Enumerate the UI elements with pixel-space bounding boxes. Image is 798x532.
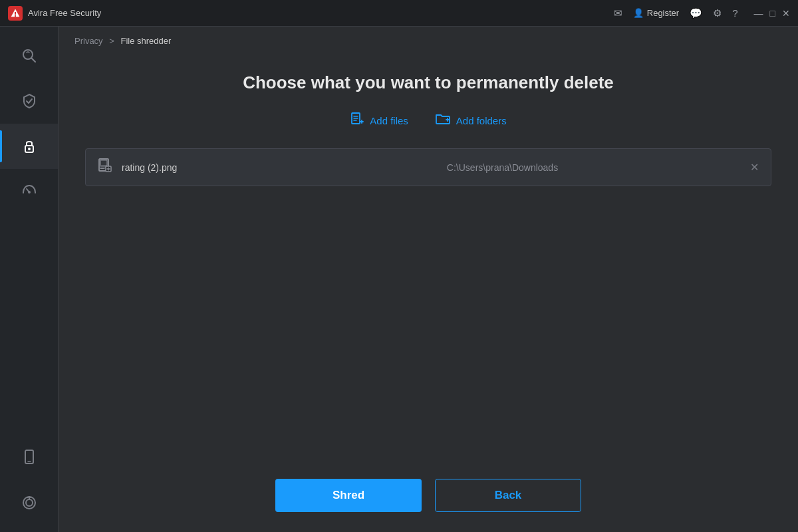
- help-icon[interactable]: ?: [732, 7, 737, 19]
- breadcrumb-separator: >: [109, 36, 114, 46]
- page-title: Choose what you want to permanently dele…: [243, 72, 614, 93]
- svg-point-11: [26, 499, 33, 506]
- app-body: Privacy > File shredder Choose what you …: [0, 27, 798, 532]
- add-files-icon: [350, 112, 364, 130]
- app-title: Avira Free Security: [28, 8, 608, 18]
- chat-icon[interactable]: 💬: [690, 7, 702, 19]
- add-folders-button[interactable]: Add folders: [435, 112, 507, 130]
- app-logo: [8, 6, 23, 21]
- svg-rect-2: [15, 15, 16, 17]
- add-folders-label: Add folders: [456, 115, 507, 126]
- titlebar-actions: ✉ 👤 Register 💬 ⚙ ? — □ ✕: [614, 7, 790, 19]
- sidebar-item-privacy[interactable]: [0, 124, 58, 169]
- breadcrumb-current: File shredder: [120, 36, 171, 46]
- content-area: Privacy > File shredder Choose what you …: [59, 27, 798, 532]
- sidebar-item-device[interactable]: [21, 435, 38, 480]
- back-button[interactable]: Back: [435, 479, 581, 512]
- file-row: rating (2).png C:\Users\prana\Downloads …: [85, 148, 771, 186]
- window-controls: — □ ✕: [754, 8, 790, 19]
- main-panel: Choose what you want to permanently dele…: [59, 53, 798, 466]
- settings-icon[interactable]: ⚙: [713, 7, 722, 19]
- register-button[interactable]: 👤 Register: [633, 8, 679, 18]
- add-actions: Add files Add folders: [350, 112, 506, 130]
- add-folders-icon: [435, 112, 451, 130]
- sidebar-bottom: [21, 435, 38, 525]
- title-bar: Avira Free Security ✉ 👤 Register 💬 ⚙ ? —…: [0, 0, 798, 27]
- sidebar-item-performance[interactable]: [0, 169, 58, 214]
- file-remove-button[interactable]: ✕: [750, 161, 759, 174]
- svg-rect-1: [15, 12, 16, 15]
- maximize-button[interactable]: □: [770, 8, 775, 19]
- breadcrumb: Privacy > File shredder: [59, 27, 798, 53]
- file-path: C:\Users\prana\Downloads: [264, 162, 741, 173]
- svg-rect-22: [100, 160, 107, 166]
- file-name: rating (2).png: [122, 162, 255, 173]
- mail-icon[interactable]: ✉: [614, 7, 622, 19]
- sidebar: [0, 27, 59, 532]
- minimize-button[interactable]: —: [754, 8, 763, 19]
- file-list: rating (2).png C:\Users\prana\Downloads …: [85, 148, 771, 186]
- account-icon: 👤: [633, 8, 644, 18]
- sidebar-item-scan[interactable]: [0, 33, 58, 78]
- shred-button[interactable]: Shred: [275, 479, 422, 512]
- sidebar-item-protection[interactable]: [0, 78, 58, 124]
- add-files-button[interactable]: Add files: [350, 112, 408, 130]
- bottom-actions: Shred Back: [59, 466, 798, 532]
- svg-point-6: [28, 148, 31, 150]
- svg-line-4: [31, 59, 35, 63]
- file-type-icon: [98, 158, 112, 176]
- breadcrumb-parent[interactable]: Privacy: [74, 36, 103, 46]
- add-files-label: Add files: [370, 115, 408, 126]
- svg-point-7: [28, 191, 31, 194]
- close-button[interactable]: ✕: [782, 8, 790, 19]
- sidebar-item-update[interactable]: [21, 480, 38, 525]
